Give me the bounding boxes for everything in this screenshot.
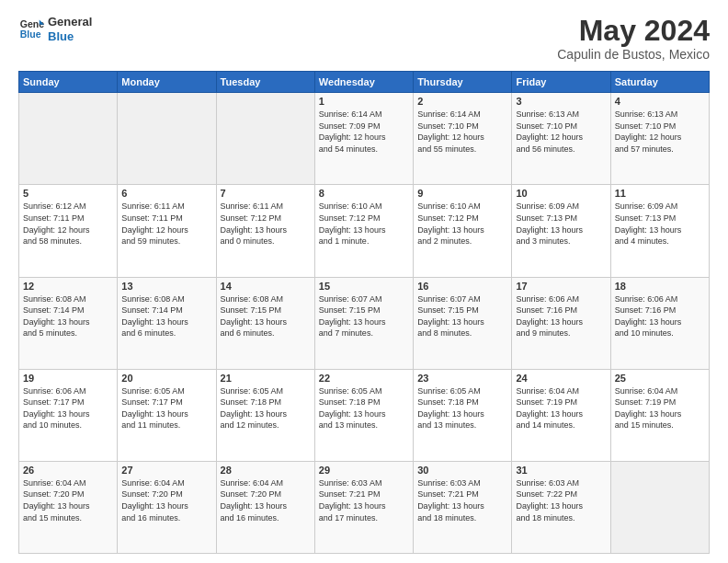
header-day-sunday: Sunday: [19, 72, 118, 93]
day-cell: 15Sunrise: 6:07 AM Sunset: 7:15 PM Dayli…: [314, 277, 413, 369]
day-cell: 23Sunrise: 6:05 AM Sunset: 7:18 PM Dayli…: [414, 369, 512, 461]
day-number: 26: [23, 465, 113, 476]
day-number: 11: [615, 188, 705, 199]
subtitle: Capulin de Bustos, Mexico: [557, 47, 710, 62]
day-info: Sunrise: 6:13 AM Sunset: 7:10 PM Dayligh…: [615, 109, 705, 155]
day-info: Sunrise: 6:04 AM Sunset: 7:19 PM Dayligh…: [615, 385, 705, 431]
day-info: Sunrise: 6:04 AM Sunset: 7:19 PM Dayligh…: [516, 385, 606, 431]
day-number: 25: [615, 373, 705, 384]
day-cell: 4Sunrise: 6:13 AM Sunset: 7:10 PM Daylig…: [610, 93, 709, 185]
day-cell: 11Sunrise: 6:09 AM Sunset: 7:13 PM Dayli…: [610, 185, 709, 277]
main-title: May 2024: [557, 15, 710, 47]
day-number: 21: [221, 373, 311, 384]
day-number: 4: [615, 96, 705, 107]
day-cell: [610, 461, 709, 553]
day-info: Sunrise: 6:04 AM Sunset: 7:20 PM Dayligh…: [221, 477, 311, 523]
day-info: Sunrise: 6:06 AM Sunset: 7:16 PM Dayligh…: [615, 293, 705, 339]
day-cell: 18Sunrise: 6:06 AM Sunset: 7:16 PM Dayli…: [610, 277, 709, 369]
calendar-header-row: SundayMondayTuesdayWednesdayThursdayFrid…: [19, 72, 710, 93]
day-cell: 19Sunrise: 6:06 AM Sunset: 7:17 PM Dayli…: [19, 369, 118, 461]
day-cell: 7Sunrise: 6:11 AM Sunset: 7:12 PM Daylig…: [216, 185, 314, 277]
day-cell: 5Sunrise: 6:12 AM Sunset: 7:11 PM Daylig…: [19, 185, 118, 277]
day-number: 9: [417, 188, 507, 199]
day-info: Sunrise: 6:10 AM Sunset: 7:12 PM Dayligh…: [417, 201, 507, 247]
day-info: Sunrise: 6:05 AM Sunset: 7:18 PM Dayligh…: [417, 385, 507, 431]
day-number: 6: [121, 188, 211, 199]
day-number: 8: [319, 188, 409, 199]
day-cell: 24Sunrise: 6:04 AM Sunset: 7:19 PM Dayli…: [512, 369, 610, 461]
logo-blue: Blue: [48, 29, 92, 44]
header-day-wednesday: Wednesday: [314, 72, 413, 93]
day-cell: 10Sunrise: 6:09 AM Sunset: 7:13 PM Dayli…: [512, 185, 610, 277]
day-info: Sunrise: 6:14 AM Sunset: 7:09 PM Dayligh…: [319, 109, 409, 155]
day-cell: 14Sunrise: 6:08 AM Sunset: 7:15 PM Dayli…: [216, 277, 314, 369]
day-cell: 20Sunrise: 6:05 AM Sunset: 7:17 PM Dayli…: [118, 369, 216, 461]
day-info: Sunrise: 6:12 AM Sunset: 7:11 PM Dayligh…: [23, 201, 113, 247]
day-cell: 28Sunrise: 6:04 AM Sunset: 7:20 PM Dayli…: [216, 461, 314, 553]
day-info: Sunrise: 6:04 AM Sunset: 7:20 PM Dayligh…: [23, 477, 113, 523]
day-number: 22: [319, 373, 409, 384]
day-info: Sunrise: 6:03 AM Sunset: 7:21 PM Dayligh…: [417, 477, 507, 523]
day-number: 5: [23, 188, 113, 199]
day-number: 29: [319, 465, 409, 476]
day-info: Sunrise: 6:09 AM Sunset: 7:13 PM Dayligh…: [516, 201, 606, 247]
logo-icon: General Blue: [18, 17, 44, 42]
week-row-5: 26Sunrise: 6:04 AM Sunset: 7:20 PM Dayli…: [19, 461, 710, 553]
day-number: 13: [121, 281, 211, 292]
day-info: Sunrise: 6:08 AM Sunset: 7:14 PM Dayligh…: [23, 293, 113, 339]
header-day-friday: Friday: [512, 72, 610, 93]
day-info: Sunrise: 6:08 AM Sunset: 7:15 PM Dayligh…: [221, 293, 311, 339]
day-number: 23: [417, 373, 507, 384]
day-number: 7: [221, 188, 311, 199]
day-cell: 13Sunrise: 6:08 AM Sunset: 7:14 PM Dayli…: [118, 277, 216, 369]
day-cell: 29Sunrise: 6:03 AM Sunset: 7:21 PM Dayli…: [314, 461, 413, 553]
day-number: 18: [615, 281, 705, 292]
day-number: 15: [319, 281, 409, 292]
day-cell: 17Sunrise: 6:06 AM Sunset: 7:16 PM Dayli…: [512, 277, 610, 369]
day-number: 12: [23, 281, 113, 292]
day-info: Sunrise: 6:04 AM Sunset: 7:20 PM Dayligh…: [121, 477, 211, 523]
day-cell: 9Sunrise: 6:10 AM Sunset: 7:12 PM Daylig…: [414, 185, 512, 277]
day-info: Sunrise: 6:06 AM Sunset: 7:17 PM Dayligh…: [23, 385, 113, 431]
day-number: 16: [417, 281, 507, 292]
day-number: 2: [417, 96, 507, 107]
day-cell: [118, 93, 216, 185]
day-info: Sunrise: 6:06 AM Sunset: 7:16 PM Dayligh…: [516, 293, 606, 339]
day-number: 30: [417, 465, 507, 476]
day-number: 17: [516, 281, 606, 292]
header-day-tuesday: Tuesday: [216, 72, 314, 93]
day-info: Sunrise: 6:13 AM Sunset: 7:10 PM Dayligh…: [516, 109, 606, 155]
day-number: 20: [121, 373, 211, 384]
week-row-2: 5Sunrise: 6:12 AM Sunset: 7:11 PM Daylig…: [19, 185, 710, 277]
svg-text:Blue: Blue: [20, 28, 41, 39]
day-cell: 12Sunrise: 6:08 AM Sunset: 7:14 PM Dayli…: [19, 277, 118, 369]
header-day-monday: Monday: [118, 72, 216, 93]
day-number: 14: [221, 281, 311, 292]
day-info: Sunrise: 6:10 AM Sunset: 7:12 PM Dayligh…: [319, 201, 409, 247]
week-row-3: 12Sunrise: 6:08 AM Sunset: 7:14 PM Dayli…: [19, 277, 710, 369]
day-number: 1: [319, 96, 409, 107]
header-day-thursday: Thursday: [414, 72, 512, 93]
day-info: Sunrise: 6:03 AM Sunset: 7:22 PM Dayligh…: [516, 477, 606, 523]
day-cell: 30Sunrise: 6:03 AM Sunset: 7:21 PM Dayli…: [414, 461, 512, 553]
day-info: Sunrise: 6:11 AM Sunset: 7:12 PM Dayligh…: [221, 201, 311, 247]
day-info: Sunrise: 6:05 AM Sunset: 7:18 PM Dayligh…: [319, 385, 409, 431]
day-number: 3: [516, 96, 606, 107]
day-cell: 8Sunrise: 6:10 AM Sunset: 7:12 PM Daylig…: [314, 185, 413, 277]
header-day-saturday: Saturday: [610, 72, 709, 93]
day-number: 19: [23, 373, 113, 384]
day-number: 31: [516, 465, 606, 476]
day-cell: 22Sunrise: 6:05 AM Sunset: 7:18 PM Dayli…: [314, 369, 413, 461]
day-info: Sunrise: 6:07 AM Sunset: 7:15 PM Dayligh…: [319, 293, 409, 339]
day-number: 24: [516, 373, 606, 384]
logo-general: General: [48, 15, 92, 29]
day-cell: 1Sunrise: 6:14 AM Sunset: 7:09 PM Daylig…: [314, 93, 413, 185]
title-area: May 2024 Capulin de Bustos, Mexico: [557, 15, 710, 62]
day-info: Sunrise: 6:09 AM Sunset: 7:13 PM Dayligh…: [615, 201, 705, 247]
day-info: Sunrise: 6:11 AM Sunset: 7:11 PM Dayligh…: [121, 201, 211, 247]
day-cell: 21Sunrise: 6:05 AM Sunset: 7:18 PM Dayli…: [216, 369, 314, 461]
day-cell: [216, 93, 314, 185]
week-row-4: 19Sunrise: 6:06 AM Sunset: 7:17 PM Dayli…: [19, 369, 710, 461]
day-cell: 25Sunrise: 6:04 AM Sunset: 7:19 PM Dayli…: [610, 369, 709, 461]
day-cell: 26Sunrise: 6:04 AM Sunset: 7:20 PM Dayli…: [19, 461, 118, 553]
